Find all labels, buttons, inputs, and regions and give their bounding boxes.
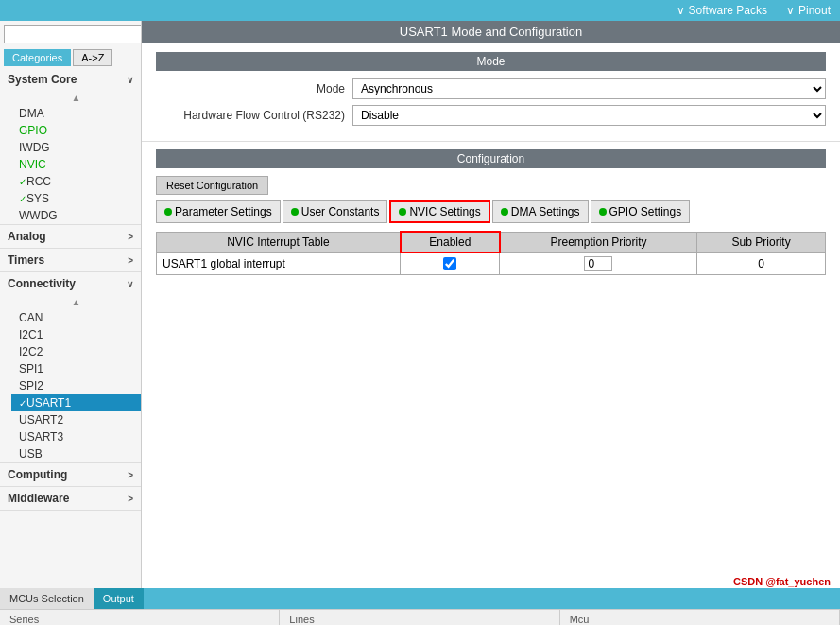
config-section: Configuration Reset Configuration Parame… (142, 142, 840, 588)
watermark: CSDN @fat_yuchen (733, 576, 831, 587)
sidebar-item-sys[interactable]: SYS (11, 190, 141, 207)
dot-icon (164, 208, 172, 216)
sidebar-item-nvic[interactable]: NVIC (11, 156, 141, 173)
chevron-down-icon: ∨ (127, 75, 133, 85)
mode-select[interactable]: Asynchronous (352, 78, 826, 99)
chevron-down-icon: ∨ (786, 4, 795, 17)
section-connectivity-label: Connectivity (8, 277, 76, 290)
top-bar: ∨ Software Packs ∨ Pinout (0, 0, 840, 21)
tab-dma-settings-label: DMA Settings (511, 205, 580, 218)
sidebar-item-gpio[interactable]: GPIO (11, 122, 141, 139)
tab-user-constants-label: User Constants (301, 205, 380, 218)
bottom-bar: MCUs Selection Output (0, 588, 840, 609)
content-title: USART1 Mode and Configuration (142, 21, 840, 43)
tab-parameter-settings[interactable]: Parameter Settings (156, 200, 281, 223)
sidebar: ⚙ Categories A->Z System Core ∨ ▲ DMA GP… (0, 21, 142, 588)
software-packs-btn[interactable]: ∨ Software Packs (677, 4, 767, 17)
flow-control-row: Hardware Flow Control (RS232) Disable (156, 105, 826, 126)
status-mcu: Mcu (560, 610, 840, 625)
chevron-down-icon: ∨ (127, 279, 133, 289)
section-computing-label: Computing (8, 468, 67, 481)
sidebar-item-usart1[interactable]: USART1 (11, 394, 141, 411)
config-title: Configuration (156, 149, 826, 168)
chevron-down-icon: ∨ (677, 4, 685, 17)
section-middleware-label: Middleware (8, 492, 69, 505)
section-computing: Computing > (0, 463, 141, 487)
up-arrow-indicator: ▲ (11, 91, 141, 105)
chevron-right-icon: > (128, 255, 133, 266)
flow-control-select[interactable]: Disable (352, 105, 826, 126)
section-computing-header[interactable]: Computing > (0, 463, 141, 486)
nvic-table: NVIC Interrupt Table Enabled Preemption … (156, 231, 826, 275)
tab-nvic-settings-label: NVIC Settings (409, 205, 480, 218)
tab-dma-settings[interactable]: DMA Settings (492, 200, 589, 223)
status-series: Series (0, 610, 280, 625)
mode-row: Mode Asynchronous (156, 78, 826, 99)
sidebar-item-spi2[interactable]: SPI2 (11, 377, 141, 394)
main-layout: ⚙ Categories A->Z System Core ∨ ▲ DMA GP… (0, 21, 840, 588)
tab-atoz[interactable]: A->Z (73, 49, 112, 66)
tab-user-constants[interactable]: User Constants (283, 200, 388, 223)
sidebar-tabs: Categories A->Z (0, 47, 141, 68)
chevron-right-icon: > (128, 470, 133, 480)
nvic-col-enabled: Enabled (401, 232, 500, 252)
sidebar-item-wwdg[interactable]: WWDG (11, 207, 141, 224)
section-connectivity: Connectivity ∨ ▲ CAN I2C1 I2C2 SPI1 SPI2… (0, 272, 141, 463)
preemption-priority-cell[interactable] (500, 252, 697, 274)
sidebar-item-can[interactable]: CAN (11, 309, 141, 326)
section-analog-label: Analog (8, 230, 46, 243)
dot-icon (291, 208, 299, 216)
sidebar-item-i2c1[interactable]: I2C1 (11, 326, 141, 343)
section-connectivity-header[interactable]: Connectivity ∨ (0, 272, 141, 295)
nvic-col-preemption: Preemption Priority (500, 232, 697, 252)
section-system-core-header[interactable]: System Core ∨ (0, 68, 141, 91)
nvic-col-sub: Sub Priority (697, 232, 826, 252)
mode-label: Mode (156, 82, 345, 95)
sidebar-item-iwdg[interactable]: IWDG (11, 139, 141, 156)
sidebar-item-i2c2[interactable]: I2C2 (11, 343, 141, 360)
pinout-btn[interactable]: ∨ Pinout (786, 4, 831, 17)
bottom-tab-mcus-selection[interactable]: MCUs Selection (0, 588, 94, 609)
preemption-priority-input[interactable] (584, 256, 612, 271)
section-timers-header[interactable]: Timers > (0, 249, 141, 271)
section-system-core-label: System Core (8, 73, 77, 86)
reset-configuration-button[interactable]: Reset Configuration (156, 176, 268, 195)
section-system-core: System Core ∨ ▲ DMA GPIO IWDG NVIC RCC S… (0, 68, 141, 225)
section-analog-header[interactable]: Analog > (0, 225, 141, 248)
tab-categories[interactable]: Categories (4, 49, 71, 66)
bottom-status-bar: Series Lines Mcu (0, 609, 840, 625)
search-input[interactable] (4, 25, 142, 43)
section-analog: Analog > (0, 225, 141, 249)
sidebar-item-usart3[interactable]: USART3 (11, 428, 141, 445)
sidebar-item-spi1[interactable]: SPI1 (11, 360, 141, 377)
enabled-checkbox[interactable] (443, 257, 456, 270)
mode-section: Mode Mode Asynchronous Hardware Flow Con… (142, 43, 840, 142)
section-middleware: Middleware > (0, 487, 141, 511)
tab-gpio-settings[interactable]: GPIO Settings (591, 200, 691, 223)
sidebar-item-usart2[interactable]: USART2 (11, 411, 141, 428)
bottom-tab-output[interactable]: Output (94, 588, 144, 609)
dot-icon (399, 208, 406, 216)
software-packs-label: Software Packs (689, 4, 767, 17)
chevron-right-icon: > (128, 494, 133, 504)
tab-nvic-settings[interactable]: NVIC Settings (389, 200, 489, 223)
sub-priority-cell: 0 (697, 252, 826, 274)
enabled-checkbox-container (406, 257, 493, 270)
chevron-right-icon: > (128, 232, 133, 242)
section-timers-label: Timers (8, 253, 44, 267)
table-row: USART1 global interrupt 0 (157, 252, 826, 274)
tab-parameter-settings-label: Parameter Settings (175, 205, 272, 218)
connectivity-items: ▲ CAN I2C1 I2C2 SPI1 SPI2 USART1 USART2 … (0, 295, 141, 462)
status-lines: Lines (280, 610, 559, 625)
sidebar-item-usb[interactable]: USB (11, 445, 141, 462)
sidebar-search-row: ⚙ (0, 21, 141, 47)
system-core-items: ▲ DMA GPIO IWDG NVIC RCC SYS WWDG (0, 91, 141, 224)
section-middleware-header[interactable]: Middleware > (0, 487, 141, 510)
sidebar-item-dma[interactable]: DMA (11, 105, 141, 122)
content-area: USART1 Mode and Configuration Mode Mode … (142, 21, 840, 588)
sidebar-item-rcc[interactable]: RCC (11, 173, 141, 190)
interrupt-name: USART1 global interrupt (157, 252, 401, 274)
enabled-cell[interactable] (401, 252, 500, 274)
flow-control-label: Hardware Flow Control (RS232) (156, 109, 345, 122)
section-timers: Timers > (0, 249, 141, 272)
